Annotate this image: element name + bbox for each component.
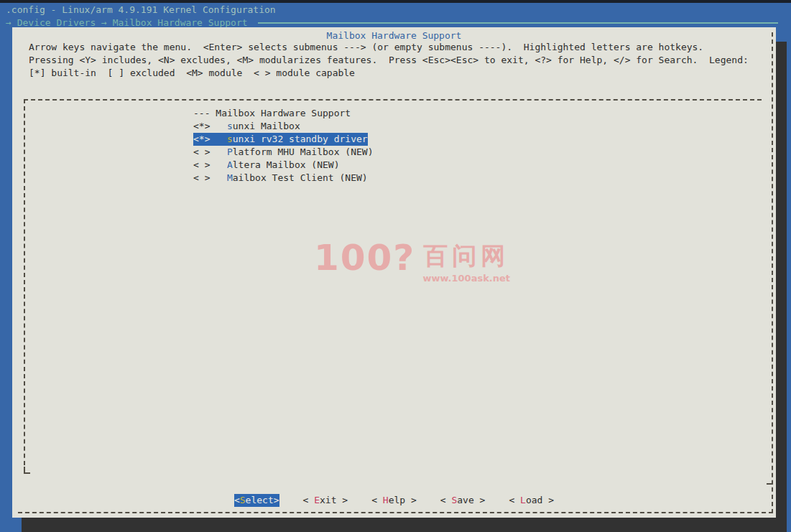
- menu-item-platform-mhu-mailbox-pre: < >: [193, 146, 227, 157]
- menu-item-platform-mhu-mailbox-hotkey: P: [227, 146, 233, 157]
- menu-box-corner: [24, 467, 30, 474]
- menu-item-mailbox-test-client-rest: ailbox Test Client (NEW): [233, 172, 368, 183]
- exit-button-rest: xit: [320, 495, 336, 505]
- load-button[interactable]: < Load >: [509, 494, 554, 507]
- menu-item-sunxi-mailbox-rest: unxi Mailbox: [233, 121, 300, 131]
- menu-item-sunxi-mailbox[interactable]: <*> sunxi Mailbox: [193, 120, 300, 133]
- dialog-shadow-bottom: [22, 518, 787, 532]
- select-button-rest: elect: [246, 495, 274, 505]
- save-button-pre: <: [440, 495, 452, 505]
- help-button-post: >: [405, 495, 417, 505]
- menu-item-sunxi-mailbox-pre: <*>: [193, 121, 227, 131]
- help-button-hotkey: H: [383, 495, 389, 505]
- help-button[interactable]: < Help >: [371, 494, 417, 507]
- terminal-screen: .config - Linux/arm 4.9.191 Kernel Confi…: [0, 0, 791, 532]
- load-button-post: >: [542, 495, 554, 505]
- load-button-hotkey: L: [520, 495, 526, 505]
- menu-item-mailbox-test-client[interactable]: < > Mailbox Test Client (NEW): [193, 172, 368, 185]
- menu-item-platform-mhu-mailbox[interactable]: < > Platform MHU Mailbox (NEW): [193, 146, 373, 159]
- menu-item-sunxi-rv32-standby-driver[interactable]: <*> sunxi rv32 standby driver: [193, 133, 368, 146]
- help-button-rest: elp: [389, 495, 405, 505]
- menu-item-altera-mailbox[interactable]: < > Altera Mailbox (NEW): [193, 159, 340, 172]
- menu-item-altera-mailbox-hotkey: A: [227, 159, 233, 170]
- help-button-pre: <: [371, 495, 383, 505]
- save-button-rest: ave: [457, 495, 473, 505]
- instruction-line-1: Arrow keys navigate the menu. <Enter> se…: [29, 41, 749, 54]
- menu-box: --- Mailbox Hardware Support<*> sunxi Ma…: [24, 99, 762, 472]
- menu-item-mailbox-test-client-pre: < >: [193, 172, 227, 183]
- menu-item-altera-mailbox-pre: < >: [193, 159, 227, 170]
- dialog-shadow-right: [776, 42, 787, 518]
- menu-item-sunxi-rv32-standby-driver-rest: unxi rv32 standby driver: [233, 134, 368, 144]
- save-button-post: >: [474, 495, 486, 505]
- menu-item-mailbox-hardware-support-comment-rest: Mailbox Hardware Support: [216, 108, 351, 118]
- breadcrumb-rule: [258, 22, 778, 24]
- exit-button-hotkey: E: [314, 495, 320, 505]
- select-button-post: >: [274, 495, 279, 505]
- exit-button[interactable]: < Exit >: [303, 494, 348, 507]
- button-separator-tee: [767, 483, 773, 485]
- kernel-config-title: .config - Linux/arm 4.9.191 Kernel Confi…: [6, 4, 276, 17]
- menu-item-mailbox-hardware-support-comment[interactable]: --- Mailbox Hardware Support: [193, 107, 351, 120]
- button-row: <Select>< Exit >< Help >< Save >< Load >: [12, 494, 776, 507]
- menu-item-platform-mhu-mailbox-rest: latform MHU Mailbox (NEW): [233, 146, 374, 157]
- instruction-line-2: Pressing <Y> includes, <N> excludes, <M>…: [29, 54, 749, 67]
- menu-item-sunxi-rv32-standby-driver-pre: <*>: [193, 134, 227, 144]
- exit-button-pre: <: [303, 495, 315, 505]
- menuconfig-dialog: Mailbox Hardware Support Arrow keys navi…: [12, 27, 776, 518]
- instructions: Arrow keys navigate the menu. <Enter> se…: [29, 41, 749, 80]
- menu-item-list: --- Mailbox Hardware Support<*> sunxi Ma…: [193, 107, 373, 185]
- select-button-hotkey: S: [240, 495, 246, 505]
- menu-item-sunxi-rv32-standby-driver-hotkey: s: [227, 134, 233, 144]
- load-button-rest: oad: [526, 495, 542, 505]
- menu-item-mailbox-test-client-hotkey: M: [227, 172, 233, 183]
- menu-item-mailbox-hardware-support-comment-pre: ---: [193, 108, 216, 118]
- menu-item-sunxi-mailbox-hotkey: s: [227, 121, 233, 131]
- save-button[interactable]: < Save >: [440, 494, 486, 507]
- legend-line: [*] built-in [ ] excluded <M> module < >…: [29, 67, 749, 80]
- exit-button-post: >: [337, 495, 348, 505]
- select-button[interactable]: <Select>: [234, 494, 279, 507]
- select-button-pre: <: [234, 495, 240, 505]
- window-top-edge: [0, 0, 791, 3]
- load-button-pre: <: [509, 495, 520, 505]
- menu-item-altera-mailbox-rest: ltera Mailbox (NEW): [233, 159, 340, 170]
